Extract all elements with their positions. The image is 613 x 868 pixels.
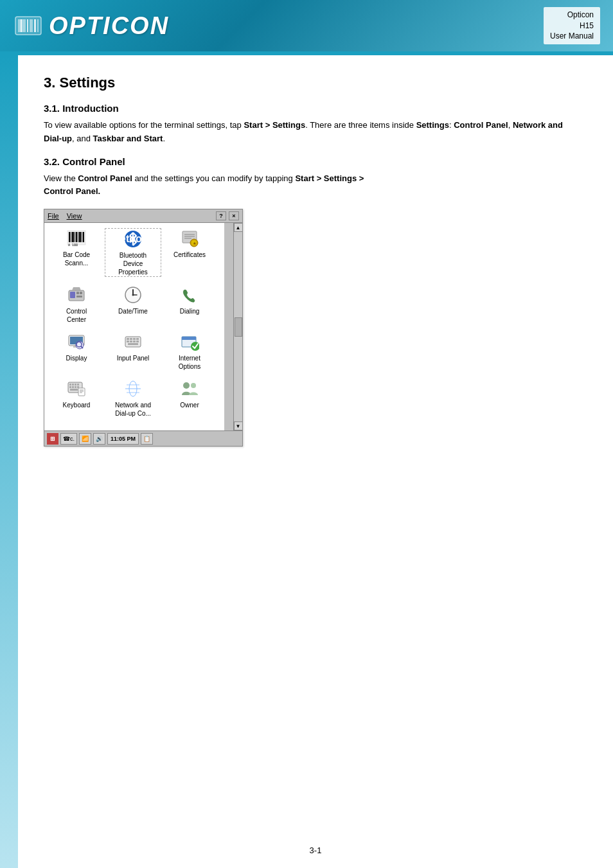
icon-network-label: Network andDial-up Co... <box>115 401 151 418</box>
svg-rect-7 <box>37 19 39 32</box>
taskbar-volume: 🔊 <box>93 433 105 445</box>
svg-rect-62 <box>75 384 76 385</box>
scrollbar-up[interactable]: ▲ <box>234 223 243 232</box>
svg-rect-64 <box>69 386 71 388</box>
svg-rect-2 <box>21 19 22 32</box>
icon-dialing[interactable]: Dialing <box>161 285 218 324</box>
icon-certificates[interactable]: ★ Certificates <box>161 228 218 277</box>
svg-rect-13 <box>76 232 77 242</box>
icon-bluetooth[interactable]: Bluetooth;B BluetoothDeviceProperties <box>105 228 161 277</box>
logo-area: OPTICON <box>13 10 169 41</box>
taskbar-c[interactable]: ☎c. <box>60 433 77 445</box>
icon-input-panel[interactable]: Input Panel <box>105 332 161 371</box>
sub-title-cp: Control Panel <box>62 156 125 167</box>
svg-rect-68 <box>70 389 78 391</box>
taskbar-start[interactable]: ⊞ <box>47 433 58 445</box>
main-content: 3. Settings 3.1. Introduction To view av… <box>18 55 613 868</box>
sub-heading-cp: 3.2. Control Panel <box>44 156 574 167</box>
icon-network[interactable]: Network andDial-up Co... <box>105 378 161 418</box>
taskbar-time: 11:05 PM <box>107 433 139 445</box>
icon-input-panel-label: Input Panel <box>117 354 150 362</box>
icon-datetime[interactable]: Date/Time <box>105 285 161 324</box>
section-title: Settings <box>59 75 115 91</box>
icon-display-label: Display <box>66 354 87 362</box>
icon-owner-label: Owner <box>180 401 199 409</box>
header-info: Opticon H15 User Manual <box>544 7 600 44</box>
svg-text:A 188: A 188 <box>68 243 78 247</box>
svg-rect-66 <box>75 386 76 388</box>
svg-rect-69 <box>78 388 85 396</box>
svg-rect-67 <box>77 386 79 388</box>
icon-control-center[interactable]: ControlCenter <box>48 285 105 324</box>
svg-rect-53 <box>133 341 136 342</box>
svg-rect-63 <box>77 384 79 385</box>
sub-number-cp: 3.2. <box>44 156 60 167</box>
svg-rect-57 <box>182 337 196 340</box>
svg-rect-14 <box>78 232 78 242</box>
close-button[interactable]: × <box>229 211 239 220</box>
svg-rect-61 <box>72 384 74 385</box>
logo-text: OPTICON <box>49 12 169 40</box>
menu-file[interactable]: File <box>48 212 59 220</box>
cp-window-controls: ? × <box>216 211 239 220</box>
icon-internet-options[interactable]: InternetOptions <box>161 332 218 371</box>
sub-number-intro: 3.1. <box>44 103 60 114</box>
header: OPTICON Opticon H15 User Manual <box>0 0 613 51</box>
svg-rect-49 <box>133 338 136 340</box>
menu-view[interactable]: View <box>67 212 82 220</box>
svg-rect-55 <box>128 343 138 345</box>
taskbar-extra[interactable]: 📋 <box>141 433 153 445</box>
scrollbar-down[interactable]: ▼ <box>234 421 243 430</box>
svg-rect-48 <box>130 338 132 340</box>
icon-barcode[interactable]: A 188 Bar CodeScann... <box>48 228 105 277</box>
logo-scanner-icon <box>13 10 44 41</box>
cp-menu: File View <box>48 212 82 220</box>
cp-icons-area: A 188 Bar CodeScann... Bluetooth;B <box>44 223 233 430</box>
svg-point-38 <box>132 294 134 296</box>
icon-bluetooth-label: BluetoothDeviceProperties <box>118 251 148 276</box>
svg-rect-52 <box>130 341 132 342</box>
icon-control-center-label: ControlCenter <box>66 307 87 324</box>
taskbar-signal: 📶 <box>79 433 91 445</box>
svg-rect-15 <box>79 232 81 242</box>
svg-rect-4 <box>27 19 28 32</box>
svg-rect-32 <box>76 296 82 297</box>
section-heading: 3. Settings <box>44 75 574 91</box>
svg-rect-6 <box>34 19 36 32</box>
svg-rect-65 <box>72 386 74 388</box>
icon-keyboard[interactable]: Keyboard <box>48 378 105 418</box>
cp-titlebar: File View ? × <box>44 209 242 223</box>
icon-datetime-label: Date/Time <box>118 307 148 315</box>
icon-owner[interactable]: Owner <box>161 378 218 418</box>
svg-rect-50 <box>136 338 139 340</box>
left-accent <box>0 55 18 868</box>
icon-dialing-label: Dialing <box>180 307 200 315</box>
cp-icons-wrapper: A 188 Bar CodeScann... Bluetooth;B <box>44 223 242 430</box>
svg-rect-9 <box>69 232 70 242</box>
sub-heading-intro: 3.1. Introduction <box>44 103 574 114</box>
scrollbar-thumb[interactable] <box>235 317 242 337</box>
svg-rect-5 <box>30 19 33 32</box>
sub-title-intro: Introduction <box>62 103 118 114</box>
svg-rect-10 <box>71 232 71 242</box>
svg-rect-29 <box>70 292 75 298</box>
icon-internet-options-label: InternetOptions <box>179 354 200 371</box>
svg-rect-54 <box>136 341 139 342</box>
svg-rect-31 <box>80 292 82 294</box>
icon-certificates-label: Certificates <box>173 251 206 259</box>
svg-rect-11 <box>72 232 74 242</box>
page-number: 3-1 <box>310 846 322 855</box>
svg-rect-17 <box>83 232 84 242</box>
svg-point-78 <box>183 382 190 389</box>
svg-rect-51 <box>127 341 129 342</box>
svg-rect-47 <box>127 338 129 340</box>
svg-rect-12 <box>75 232 75 242</box>
icon-display[interactable]: Display <box>48 332 105 371</box>
svg-rect-60 <box>69 384 71 385</box>
icon-keyboard-label: Keyboard <box>63 401 91 409</box>
help-button[interactable]: ? <box>216 211 226 220</box>
svg-rect-3 <box>23 19 26 32</box>
cp-text: View the Control Panel and the settings … <box>44 172 574 199</box>
cp-scrollbar[interactable]: ▲ ▼ <box>233 223 242 430</box>
svg-rect-16 <box>82 232 82 242</box>
